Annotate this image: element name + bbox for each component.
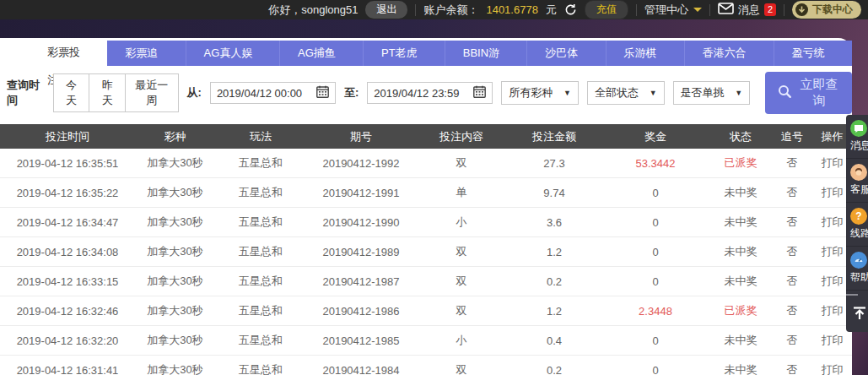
bet-content-cell: 小 [416,333,507,348]
status-cell: 已派奖 [709,303,772,318]
search-icon [778,84,792,101]
issue-number-cell: 20190412-1987 [306,275,416,288]
search-button[interactable]: 立即查询 [765,72,852,114]
print-link[interactable]: 打印 [812,333,852,348]
bet-time-cell: 2019-04-12 16:34:08 [0,246,135,258]
bets-table: 投注时间 彩种 玩法 期号 投注内容 投注金额 奖金 状态 追号 操作 2019… [0,124,852,375]
status-cell: 未中奖 [709,185,772,200]
table-row: 2019-04-12 16:35:51 加拿大30秒 五星总和 20190412… [0,149,852,178]
prize-cell: 0 [601,187,709,199]
tab-ag-fishing[interactable]: AG捕鱼王 [279,41,363,66]
sidebar-item-help[interactable]: 帮助 [846,247,868,291]
from-date-field[interactable] [210,82,336,104]
recharge-button[interactable]: 充值 [585,0,628,19]
column-header: 奖金 [601,129,709,144]
issue-number-cell: 20190412-1990 [306,216,416,229]
issue-number-cell: 20190412-1991 [306,187,416,199]
tab-ag-live[interactable]: AG真人娱乐 [186,41,279,66]
sidebar-divider [846,294,858,296]
sidebar-item-messages[interactable]: 消息 [846,115,868,159]
back-to-top-button[interactable] [846,299,868,332]
line-check-icon: ? [850,208,867,225]
single-pick-select[interactable]: 是否单挑 ▼ [673,81,751,105]
yesterday-button[interactable]: 昨天 [89,73,126,112]
sidebar-item-line[interactable]: ? 线路 [846,203,868,247]
from-date-input[interactable] [217,87,310,100]
tab-lottery-bets[interactable]: 彩票投注 [30,38,107,66]
bet-amount-cell: 0.4 [507,334,601,347]
sidebar-item-customer-service[interactable]: 客服 [846,159,868,203]
table-body: 2019-04-12 16:35:51 加拿大30秒 五星总和 20190412… [0,149,852,375]
search-button-label: 立即查询 [799,77,839,109]
bet-time-cell: 2019-04-12 16:35:22 [0,187,135,199]
status-cell: 未中奖 [709,244,772,259]
tab-bbin-games[interactable]: BBIN游戏 [445,41,527,66]
lottery-type-select[interactable]: 所有彩种 ▼ [501,81,579,105]
bet-amount-cell: 27.3 [507,157,601,170]
sidebar-item-label: 帮助 [850,271,868,283]
download-center-button[interactable]: 下载中心 [792,1,861,19]
calendar-icon[interactable] [473,85,486,101]
prize-cell: 0 [601,275,709,288]
greeting-text: 你好，songlong51 [268,3,358,18]
chase-cell: 否 [772,274,812,289]
query-filter-bar: 查询时间 今天 昨天 最近一周 从: 至: 所有彩种 [0,66,852,120]
column-header: 状态 [709,129,772,144]
tab-profit-stats[interactable]: 盈亏统计 [774,41,852,66]
logout-button[interactable]: 退出 [365,1,407,19]
play-type-cell: 五星总和 [215,244,306,259]
tab-saba-sports[interactable]: 沙巴体育 [526,41,605,66]
play-type-cell: 五星总和 [215,303,306,318]
tab-pt-slots[interactable]: PT老虎机 [363,41,445,66]
chevron-down-icon: ▼ [563,89,571,97]
bet-content-cell: 小 [416,215,507,230]
lottery-cell: 加拿大30秒 [135,244,215,259]
last-week-button[interactable]: 最近一周 [126,73,179,112]
single-pick-value: 是否单挑 [681,85,725,101]
status-cell: 未中奖 [709,333,772,348]
to-date-field[interactable] [367,82,493,104]
table-row: 2019-04-12 16:32:46 加拿大30秒 五星总和 20190412… [0,296,852,326]
today-button[interactable]: 今天 [53,73,90,112]
tab-leyou-chess[interactable]: 乐游棋牌 [606,41,684,66]
messages-label: 消息 [738,3,760,18]
account-topbar: 你好，songlong51 退出 账户余额： 1401.6778 元 充值 管理… [0,0,868,19]
chase-cell: 否 [772,303,812,318]
content-panel: 彩票投注 彩票追号 AG真人娱乐 AG捕鱼王 PT老虎机 BBIN游戏 沙巴体育… [0,38,852,375]
bet-content-cell: 双 [416,155,507,171]
bet-content-cell: 双 [416,274,507,289]
sidebar-item-label: 客服 [850,183,868,195]
help-icon [850,252,867,269]
table-row: 2019-04-12 16:32:20 加拿大30秒 五星总和 20190412… [0,326,852,356]
status-select[interactable]: 全部状态 ▼ [587,81,665,105]
chase-cell: 否 [772,215,812,230]
prize-cell: 2.3448 [601,305,709,318]
divider [415,4,416,16]
admin-center-menu[interactable]: 管理中心 [644,3,702,18]
issue-number-cell: 20190412-1985 [306,334,416,347]
envelope-icon [718,3,734,17]
bet-amount-cell: 0.2 [507,275,601,288]
print-link[interactable]: 打印 [812,362,852,375]
download-icon [795,3,808,16]
messages-menu[interactable]: 消息 2 [718,3,776,18]
to-date-input[interactable] [374,87,466,100]
lottery-cell: 加拿大30秒 [135,215,215,230]
prize-cell: 53.3442 [601,157,709,170]
tab-lottery-chase[interactable]: 彩票追号 [107,41,185,66]
chase-cell: 否 [772,155,812,171]
column-header: 投注时间 [0,129,135,144]
status-cell: 未中奖 [709,362,772,375]
admin-center-label: 管理中心 [644,3,688,18]
arrow-to-top-icon [852,312,867,323]
refresh-icon[interactable] [564,3,577,16]
bet-amount-cell: 9.74 [507,187,601,199]
calendar-icon[interactable] [316,85,329,101]
chase-cell: 否 [772,333,812,348]
table-header-row: 投注时间 彩种 玩法 期号 投注内容 投注金额 奖金 状态 追号 操作 [0,124,852,149]
chase-cell: 否 [772,362,812,375]
play-type-cell: 五星总和 [215,274,306,289]
bet-content-cell: 双 [416,362,507,375]
bet-amount-cell: 0.2 [507,364,601,375]
tab-hk-mark-six[interactable]: 香港六合彩 [684,41,774,66]
